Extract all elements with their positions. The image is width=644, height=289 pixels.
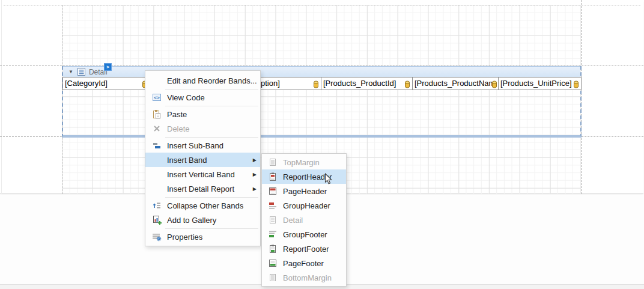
- band-collapse-icon[interactable]: ▼: [68, 70, 73, 75]
- menu-item-label: Insert Band: [167, 156, 207, 165]
- page-header-band-icon: [267, 187, 279, 195]
- submenu-item-label: PageFooter: [283, 259, 324, 268]
- field-text: [Products_ProductId]: [323, 79, 396, 88]
- detail-band-type-icon: [77, 68, 85, 76]
- menu-item-properties[interactable]: Properties: [145, 230, 260, 244]
- menu-item-label: Collapse Other Bands: [167, 201, 243, 210]
- menu-item-collapse-other-bands[interactable]: Collapse Other Bands: [145, 198, 260, 213]
- field-cell-productid[interactable]: [Products_ProductId]: [321, 77, 413, 90]
- insert-band-submenu: TopMargin ReportHeader PageHeader GroupH…: [261, 153, 347, 287]
- submenu-item-topmargin[interactable]: TopMargin: [262, 155, 346, 169]
- detail-band-icon: [267, 216, 279, 224]
- menu-item-label: Insert Detail Report: [167, 184, 234, 193]
- submenu-item-groupheader[interactable]: GroupHeader: [262, 198, 346, 213]
- field-cell-productname[interactable]: [Products_ProductNam: [412, 77, 499, 90]
- field-text: ption]: [261, 79, 280, 88]
- submenu-arrow-icon: ▶: [253, 157, 257, 163]
- menu-item-label: Insert Sub-Band: [167, 141, 223, 150]
- menu-item-insert-vertical-band[interactable]: Insert Vertical Band ▶: [145, 167, 260, 181]
- svg-text:<>: <>: [154, 95, 160, 100]
- submenu-item-pageheader[interactable]: PageHeader: [262, 184, 346, 198]
- menu-item-delete[interactable]: Delete: [145, 121, 260, 136]
- submenu-item-label: GroupHeader: [283, 201, 330, 210]
- data-binding-icon: [573, 80, 579, 90]
- paste-icon: [150, 109, 163, 119]
- submenu-item-reportheader[interactable]: ReportHeader: [262, 169, 346, 184]
- mouse-cursor-icon: [324, 173, 332, 187]
- data-binding-icon: [404, 80, 410, 90]
- submenu-item-label: PageHeader: [283, 187, 327, 196]
- add-to-gallery-icon: [150, 215, 163, 225]
- group-footer-band-icon: [267, 230, 279, 239]
- submenu-item-label: ReportFooter: [283, 245, 329, 254]
- field-cell-unitprice[interactable]: [Products_UnitPrice]: [498, 77, 582, 90]
- page-footer-band-icon: [267, 259, 279, 267]
- data-binding-icon: [313, 80, 319, 90]
- submenu-item-label: Detail: [283, 216, 303, 225]
- menu-separator: [165, 106, 258, 106]
- menu-item-insert-band[interactable]: Insert Band ▶: [145, 153, 260, 167]
- submenu-arrow-icon: ▶: [253, 172, 257, 177]
- bottom-margin-band-icon: [267, 273, 279, 282]
- detail-band[interactable]: ▼ Detail > [CategoryId] ption] [Products…: [62, 66, 582, 138]
- detail-band-header[interactable]: ▼ Detail >: [63, 66, 580, 78]
- field-text: [Products_UnitPrice]: [500, 79, 572, 88]
- menu-item-insert-detail-report[interactable]: Insert Detail Report ▶: [145, 181, 260, 196]
- submenu-item-reportfooter[interactable]: ReportFooter: [262, 242, 346, 256]
- submenu-item-label: TopMargin: [283, 158, 320, 167]
- report-header-band-icon: [267, 172, 279, 181]
- menu-item-insert-sub-band[interactable]: Insert Sub-Band: [145, 138, 260, 153]
- field-cell-categoryid[interactable]: [CategoryId]: [62, 77, 150, 90]
- field-text: [CategoryId]: [65, 79, 108, 88]
- submenu-item-detail[interactable]: Detail: [262, 213, 346, 227]
- submenu-item-label: BottomMargin: [283, 273, 332, 282]
- group-header-band-icon: [267, 201, 279, 210]
- menu-item-label: View Code: [167, 93, 205, 102]
- page-left-edge: [1, 0, 2, 194]
- top-margin-band-icon: [267, 158, 279, 166]
- menu-item-label: Delete: [167, 124, 190, 133]
- menu-item-label: Edit and Reorder Bands...: [167, 76, 257, 85]
- data-binding-icon: [491, 80, 497, 90]
- menu-separator: [165, 137, 258, 138]
- band-smart-tag-badge[interactable]: >: [104, 63, 112, 71]
- menu-item-paste[interactable]: Paste: [145, 107, 260, 121]
- view-code-icon: <>: [150, 93, 163, 102]
- submenu-item-label: GroupFooter: [283, 230, 327, 239]
- insert-sub-band-icon: [150, 141, 163, 150]
- submenu-arrow-icon: ▶: [253, 186, 257, 192]
- menu-item-edit-and-reorder-bands[interactable]: Edit and Reorder Bands...: [145, 73, 260, 88]
- report-footer-band-icon: [267, 245, 279, 253]
- field-text: [Products_ProductNam: [415, 79, 495, 88]
- menu-separator: [165, 228, 258, 229]
- submenu-item-pagefooter[interactable]: PageFooter: [262, 256, 346, 270]
- margin-line-top: [4, 5, 640, 5]
- submenu-item-bottommargin[interactable]: BottomMargin: [262, 270, 346, 285]
- menu-item-label: Add to Gallery: [167, 216, 216, 225]
- menu-item-label: Paste: [167, 110, 187, 119]
- submenu-item-groupfooter[interactable]: GroupFooter: [262, 227, 346, 242]
- menu-item-view-code[interactable]: <> View Code: [145, 90, 260, 105]
- menu-item-add-to-gallery[interactable]: Add to Gallery: [145, 213, 260, 227]
- report-designer-surface: ▼ Detail > [CategoryId] ption] [Products…: [0, 0, 644, 289]
- properties-icon: [150, 232, 163, 242]
- menu-item-label: Properties: [167, 233, 202, 242]
- collapse-other-bands-icon: [150, 201, 163, 210]
- band-context-menu: Edit and Reorder Bands... <> View Code P…: [145, 70, 261, 246]
- menu-item-label: Insert Vertical Band: [167, 170, 235, 179]
- menu-separator: [165, 197, 258, 198]
- menu-separator: [165, 89, 258, 90]
- delete-icon: [150, 124, 163, 133]
- detail-band-content: [CategoryId] ption] [Products_ProductId]…: [63, 77, 580, 91]
